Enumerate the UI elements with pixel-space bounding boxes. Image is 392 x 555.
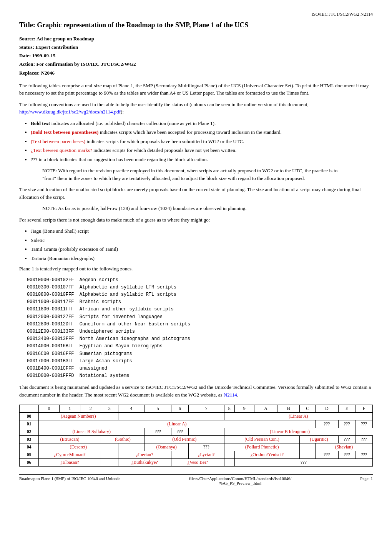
replaces-line: Replaces: N2046 [19,69,373,77]
cell-04-deseret: (Deseret) [38,443,118,451]
table-row-05: 05 ¿Cypro-Minoan? ¿Iberian? ¿Lycian? ¿Or… [20,451,373,459]
convention-item-2: (Bold text between parentheses) indicate… [31,128,373,136]
convention-item-4: ¿Text beween question marks? indicates s… [31,147,373,154]
cell-05-empty2 [171,451,189,459]
cell-02-q1: ??? [145,428,171,436]
cell-05-cypro: ¿Cypro-Minoan? [38,451,101,459]
status-line: Status: Expert contribution [19,43,373,52]
zone-map: 00010000-000102FF Aegean scripts 0001030… [27,277,373,380]
table-row-00: 00 (Aegean Numbers) (Linear A) [20,413,373,420]
para3: The size and location of the unallocated… [19,186,373,201]
conventions-list: Bold text indicates an allocated (i.e. p… [31,120,373,163]
meta-block: Source: Ad hoc group on Roadmap Status: … [19,35,373,77]
row-label-04: 04 [20,443,39,451]
para5: Plane 1 is tentatively mapped out to the… [19,265,373,273]
col-3: 3 [101,405,118,413]
cell-04-empty [118,443,145,451]
row-label-00: 00 [20,413,39,420]
col-1: 1 [60,405,80,413]
note2: NOTE: As far as is possible, half-row (1… [42,205,350,212]
cell-00-lineara: (Linear A) [224,413,372,420]
col-9: 9 [234,405,254,413]
footer: Roadmap to Plane 1 (SMP) of ISO/IEC 1064… [19,474,373,485]
cell-01-q1: ??? [315,420,338,428]
cell-00-aegean: (Aegean Numbers) [38,413,118,420]
col-2: 2 [80,405,101,413]
cell-02-linearb-ideo: (Linear B Ideograms) [224,428,355,436]
cell-05-empty1 [101,451,118,459]
corner-cell [20,405,39,413]
page-title: Title: Graphic representation of the Roa… [19,20,373,30]
n2114-link[interactable]: N2114 [224,392,237,398]
col-F: F [355,405,373,413]
footer-left: Roadmap to Plane 1 (SMP) of ISO/IEC 1064… [19,476,120,485]
col-0: 0 [38,405,59,413]
cell-03-gothic: (Gothic) [101,436,145,443]
doc-link[interactable]: http://www.dkuug.dk/jtc1/sc2/wg2/docs/n2… [19,109,121,115]
cell-01-q2: ??? [338,420,355,428]
para4: For several scripts there is not enough … [19,216,373,224]
cell-00-empty [118,413,224,420]
para2: The following conventions are used in th… [19,101,373,116]
cell-03-ugaritic: (Ugaritic) [300,436,338,443]
cell-04-empty2 [300,443,316,451]
script-item-3: Tamil Granta (probably extension of Tami… [31,245,373,253]
row-label-02: 02 [20,428,39,436]
cell-05-iberian: ¿Iberian? [118,451,171,459]
script-item-1: Jiagu (Bone and Shell) script [31,227,373,235]
cell-05-q1: ??? [315,451,338,459]
source-line: Source: Ad hoc group on Roadmap [19,35,373,43]
cell-04-shavian: (Shavian) [315,443,372,451]
cell-06-buth: ¿Büthakukye? [118,459,171,467]
footer-right: Page: 1 [360,476,373,485]
col-8: 8 [224,405,234,413]
table-header-row: 0 1 2 3 4 5 6 7 8 9 A B C D E F [20,405,373,413]
para6: This document is being maintained and up… [19,383,373,398]
cell-05-orkhon: ¿Orkhon/Yenisci? [234,451,300,459]
cell-05-q2: ??? [338,451,355,459]
col-7: 7 [188,405,224,413]
cell-06-empty2 [224,459,234,467]
cell-03-oldpermic: (Old Permic) [145,436,224,443]
col-B: B [277,405,300,413]
date-line: Date: 1999-09-15 [19,52,373,60]
row-label-05: 05 [20,451,39,459]
cell-05-q3: ??? [355,451,373,459]
cell-05-empty4 [300,451,316,459]
cell-03-oldpersian: (Old Persian Cun.) [224,436,299,443]
cell-04-q1: ??? [188,443,224,451]
cell-02-empty [188,428,224,436]
cell-03-q1: ??? [338,436,355,443]
cell-05-empty3 [224,451,234,459]
top-right-label: ISO/IEC JTC1/SC2/WG2 N2114 [19,12,373,17]
cell-02-linearb-syll: (Linear B Syllabary) [38,428,145,436]
cell-05-lycian: ¿Lycian? [188,451,224,459]
cell-04-pollard: (Pollard Phonetic) [224,443,299,451]
cell-02-q2: ??? [171,428,189,436]
col-E: E [338,405,355,413]
cell-03-etruscan: (Etruscan) [38,436,101,443]
cell-06-qqq: ??? [234,459,372,467]
cell-06-elbasan: ¿Elbasan? [38,459,101,467]
col-5: 5 [145,405,171,413]
cell-06-veso: ¿Veso Bei? [171,459,224,467]
convention-item-3: (Text between parentheses) indicates scr… [31,138,373,145]
table-row-04: 04 (Deseret) (Osmanya) ??? (Pollard Phon… [20,443,373,451]
note1: NOTE: With regard to the revision practi… [42,167,350,182]
col-4: 4 [118,405,145,413]
cell-03-q2: ??? [355,436,373,443]
col-A: A [254,405,277,413]
row-label-03: 03 [20,436,39,443]
col-C: C [300,405,316,413]
col-6: 6 [171,405,189,413]
script-item-2: Sidetic [31,237,373,244]
convention-item-5: ??? in a block indicates that no suggest… [31,156,373,163]
cell-01-q3: ??? [355,420,373,428]
cell-01-lineara: (Linear A) [38,420,315,428]
script-item-4: Tartaria (Romanian ideographs) [31,255,373,262]
roadmap-table: 0 1 2 3 4 5 6 7 8 9 A B C D E F 00 (Aege… [19,405,373,467]
convention-item-1: Bold text indicates an allocated (i.e. p… [31,120,373,127]
table-row-02: 02 (Linear B Syllabary) ??? ??? (Linear … [20,428,373,436]
cell-04-osmanya: (Osmanya) [145,443,188,451]
row-label-01: 01 [20,420,39,428]
